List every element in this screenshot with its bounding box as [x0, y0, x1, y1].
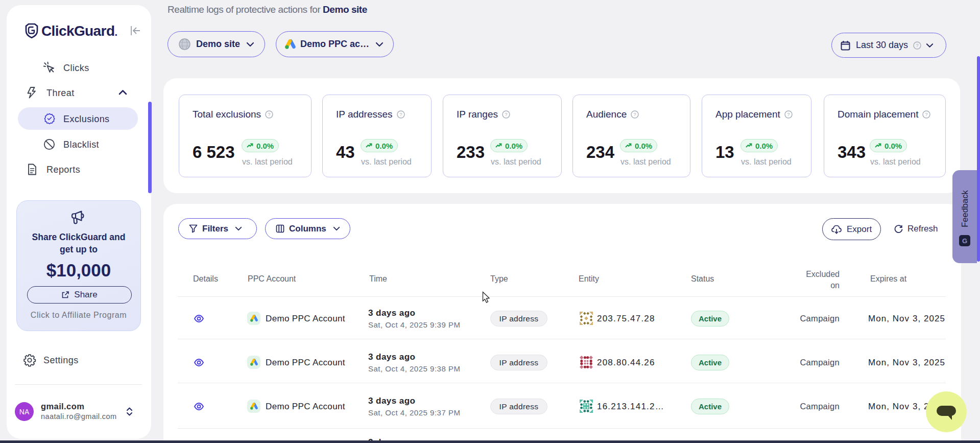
svg-text:?: ? — [925, 111, 928, 117]
svg-text:?: ? — [505, 111, 507, 117]
svg-text:?: ? — [634, 111, 636, 117]
svg-text:?: ? — [268, 111, 270, 117]
svg-text:?: ? — [916, 43, 919, 48]
svg-text:?: ? — [787, 111, 790, 117]
svg-text:?: ? — [399, 111, 402, 117]
